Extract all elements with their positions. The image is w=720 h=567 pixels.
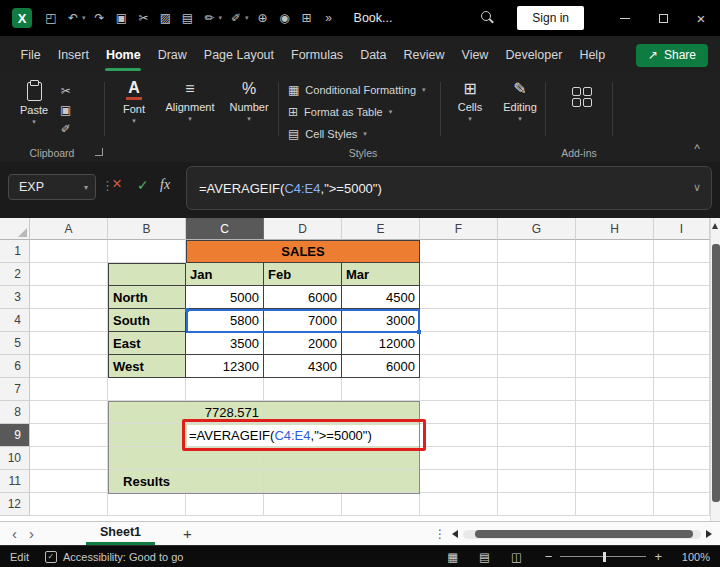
cell-I2[interactable] xyxy=(654,263,710,286)
copy-icon[interactable]: ▣ xyxy=(111,6,133,30)
cell-A6[interactable] xyxy=(30,355,108,378)
copy-icon[interactable]: ▣ xyxy=(60,103,71,117)
row-header-10[interactable]: 10 xyxy=(0,447,30,470)
cell-B9[interactable] xyxy=(108,424,186,447)
cell-C12[interactable] xyxy=(186,493,264,516)
name-box-caret[interactable]: ▾ xyxy=(84,183,95,192)
cell-G2[interactable] xyxy=(498,263,576,286)
scroll-left-icon[interactable] xyxy=(452,530,458,538)
column-header-E[interactable]: E xyxy=(342,218,420,240)
cell-C4[interactable]: 5800 xyxy=(186,309,264,332)
page-layout-view-icon[interactable]: ▤ xyxy=(479,550,490,564)
cell-B6[interactable]: West xyxy=(108,355,186,378)
pen-icon-caret[interactable]: ▾ xyxy=(219,14,223,22)
cut-icon[interactable]: ✂ xyxy=(60,84,71,98)
cell-B11[interactable]: Results xyxy=(108,470,186,493)
column-header-G[interactable]: G xyxy=(498,218,576,240)
column-header-I[interactable]: I xyxy=(654,218,710,240)
cell-G4[interactable] xyxy=(498,309,576,332)
undo-icon[interactable]: ↶ xyxy=(62,6,84,30)
tab-view[interactable]: View xyxy=(453,36,497,74)
cell-C6[interactable]: 12300 xyxy=(186,355,264,378)
zoom-in-button[interactable]: + xyxy=(654,549,662,564)
cell-I10[interactable] xyxy=(654,447,710,470)
insert-function-icon[interactable]: fx xyxy=(160,177,170,193)
row-header-7[interactable]: 7 xyxy=(0,378,30,401)
cell-C7[interactable] xyxy=(186,378,264,401)
cell-H11[interactable] xyxy=(576,470,654,493)
cell-G9[interactable] xyxy=(498,424,576,447)
tab-developer[interactable]: Developer xyxy=(497,36,571,74)
cell-C1[interactable]: SALES xyxy=(186,240,420,263)
cell-B1[interactable] xyxy=(108,240,186,263)
cell-B4[interactable]: South xyxy=(108,309,186,332)
cell-E10[interactable] xyxy=(342,447,420,470)
cell-G8[interactable] xyxy=(498,401,576,424)
sheet-more-icon[interactable]: ⋮ xyxy=(434,527,446,541)
horizontal-scroll-thumb[interactable] xyxy=(475,530,693,538)
paste-button[interactable]: Paste ▾ xyxy=(12,79,56,126)
cell-E7[interactable] xyxy=(342,378,420,401)
column-header-F[interactable]: F xyxy=(420,218,498,240)
cell-D10[interactable] xyxy=(264,447,342,470)
pen-icon[interactable]: ✏ xyxy=(199,6,221,30)
cell-G7[interactable] xyxy=(498,378,576,401)
row-header-5[interactable]: 5 xyxy=(0,332,30,355)
cell-I7[interactable] xyxy=(654,378,710,401)
cell-F3[interactable] xyxy=(420,286,498,309)
cell-B12[interactable] xyxy=(108,493,186,516)
cell-G6[interactable] xyxy=(498,355,576,378)
cell-C3[interactable]: 5000 xyxy=(186,286,264,309)
cell-D4[interactable]: 7000 xyxy=(264,309,342,332)
cell-G11[interactable] xyxy=(498,470,576,493)
vertical-scrollbar[interactable] xyxy=(710,218,720,521)
cut-icon[interactable]: ✂ xyxy=(133,6,155,30)
tab-home[interactable]: Home xyxy=(97,36,149,74)
format-as-table-button[interactable]: ⊞Format as Table▾ xyxy=(288,102,426,121)
cell-H7[interactable] xyxy=(576,378,654,401)
name-box[interactable]: EXP ▾ xyxy=(8,174,96,200)
cell-G10[interactable] xyxy=(498,447,576,470)
format-painter-icon[interactable]: ✐ xyxy=(60,122,71,136)
draw-icon-caret[interactable]: ▾ xyxy=(245,14,249,22)
horizontal-scrollbar[interactable] xyxy=(452,529,712,539)
cell-H12[interactable] xyxy=(576,493,654,516)
conditional-formatting-button[interactable]: ▦Conditional Formatting▾ xyxy=(288,80,426,99)
tab-page-layout[interactable]: Page Layout xyxy=(195,36,282,74)
cell-C2[interactable]: Jan xyxy=(186,263,264,286)
cell-H4[interactable] xyxy=(576,309,654,332)
cell-A9[interactable] xyxy=(30,424,108,447)
font-button[interactable]: A Font ▾ xyxy=(110,79,158,125)
excel-logo[interactable]: X xyxy=(12,8,32,28)
cell-A7[interactable] xyxy=(30,378,108,401)
cell-H9[interactable] xyxy=(576,424,654,447)
cell-F1[interactable] xyxy=(420,240,498,263)
cancel-icon[interactable]: × xyxy=(112,175,122,192)
cell-C8[interactable]: 7728.571 xyxy=(186,401,264,424)
save-icon[interactable]: ◰ xyxy=(40,6,62,30)
add-ins-button[interactable] xyxy=(556,79,608,107)
cells-button[interactable]: ⊞ Cells ▾ xyxy=(448,79,492,123)
cell-I9[interactable] xyxy=(654,424,710,447)
more-commands-icon[interactable]: » xyxy=(318,6,340,30)
cell-G3[interactable] xyxy=(498,286,576,309)
picture-icon[interactable]: ▨ xyxy=(155,6,177,30)
draw-icon[interactable]: ✐ xyxy=(225,6,247,30)
cell-H3[interactable] xyxy=(576,286,654,309)
alignment-button[interactable]: ≡ Alignment ▾ xyxy=(162,79,218,123)
cell-F8[interactable] xyxy=(420,401,498,424)
undo-icon-caret[interactable]: ▾ xyxy=(82,14,86,22)
cell-G5[interactable] xyxy=(498,332,576,355)
row-header-11[interactable]: 11 xyxy=(0,470,30,493)
select-all-corner[interactable] xyxy=(0,218,30,240)
row-header-12[interactable]: 12 xyxy=(0,493,30,516)
cell-B7[interactable] xyxy=(108,378,186,401)
column-header-C[interactable]: C xyxy=(186,218,264,240)
expand-formula-bar-icon[interactable]: ∨ xyxy=(693,181,701,194)
cell-H5[interactable] xyxy=(576,332,654,355)
cell-F7[interactable] xyxy=(420,378,498,401)
cell-D7[interactable] xyxy=(264,378,342,401)
column-header-D[interactable]: D xyxy=(264,218,342,240)
camera-icon[interactable]: ◉ xyxy=(274,6,296,30)
cell-H10[interactable] xyxy=(576,447,654,470)
